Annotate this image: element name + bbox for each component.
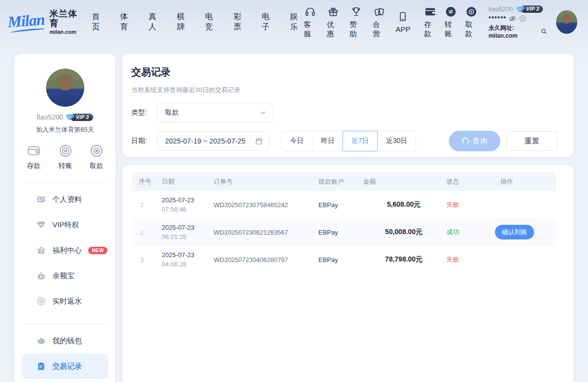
row-order-number: WD202507230406280797 (211, 246, 314, 273)
page-subtitle: 当前系统支持查询最近30日的交易记录 (131, 86, 564, 95)
vip-icon (36, 220, 46, 230)
row-action-cell (488, 246, 556, 273)
nav-item-sports[interactable]: 体育 (120, 12, 134, 32)
nav-item-slots[interactable]: 电子 (262, 12, 275, 32)
user-info-block: ltao5200 VIP 3 ****** (489, 5, 547, 39)
permanent-url-label: 永久网址: milan.com (489, 24, 538, 39)
transactions-table-panel: 序号 日期 订单号 提款账户 金额 状态 操作 1 2025-07-23 07:… (122, 165, 573, 382)
filter-panel: 交易记录 当前系统支持查询最近30日的交易记录 类型: 取款 日期: 2025-… (122, 54, 573, 157)
topbar-partnership-link[interactable]: 合营 (373, 6, 386, 39)
logo-script-text: Milan (7, 10, 47, 34)
date-range-input[interactable]: 2025-07-19 ~ 2025-07-25 (157, 131, 270, 151)
row-account: EBPay (314, 246, 360, 273)
type-select[interactable]: 取款 (157, 103, 273, 122)
chevron-down-icon (259, 109, 267, 117)
user-avatar[interactable] (556, 10, 577, 34)
preset-yesterday[interactable]: 昨日 (312, 131, 343, 151)
transfer-icon (59, 144, 73, 158)
reset-button[interactable]: 重置 (506, 131, 558, 151)
preset-last30days[interactable]: 近30日 (377, 131, 416, 151)
topbar-service-link[interactable]: 客服 (304, 6, 317, 39)
col-header-date: 日期 (157, 172, 211, 191)
logo-domain-text: milan.com (49, 29, 81, 35)
topbar-transfer-button[interactable]: 转账 (444, 6, 457, 39)
col-header-index: 序号 (132, 172, 157, 191)
withdraw-icon (90, 144, 103, 158)
col-header-account: 提款账户 (314, 172, 360, 191)
sidebar-username: ltao5200 (37, 113, 63, 121)
nav-item-entertainment[interactable]: 娱乐 (290, 12, 304, 32)
sidebar-item-profile[interactable]: 个人资料 (22, 187, 108, 212)
topbar-promo-link[interactable]: 优惠 (327, 6, 340, 39)
sidebar-item-wallet[interactable]: 我的钱包 (22, 328, 108, 354)
logo-cn-text: 米兰体育 (49, 9, 81, 29)
transactions-icon (36, 361, 46, 371)
sidebar-vip-badge: VIP 3 (65, 113, 93, 121)
type-select-value: 取款 (165, 108, 179, 117)
status-badge: 成功 (446, 228, 459, 236)
filter-actions: 查询 重置 (449, 131, 564, 151)
row-amount: 50,008.00元 (360, 218, 443, 246)
gift-icon (327, 6, 339, 18)
col-header-order: 订单号 (211, 172, 314, 191)
row-index: 3 (132, 246, 157, 273)
nav-item-live[interactable]: 真人 (148, 12, 162, 32)
row-amount: 5,608.00元 (360, 191, 443, 218)
topbar-withdraw-button[interactable]: 取款 (465, 6, 478, 39)
sidebar-withdraw-button[interactable]: 取款 (90, 144, 103, 170)
username[interactable]: ltao5200 (489, 5, 513, 13)
preset-today[interactable]: 今日 (282, 131, 312, 151)
sidebar-item-rebate[interactable]: 实时返水 (22, 288, 108, 314)
date-range-presets: 今日 昨日 近7日 近30日 (281, 131, 416, 151)
query-button[interactable]: 查询 (449, 131, 500, 151)
topbar-app-link[interactable]: APP (395, 11, 410, 33)
transactions-table: 序号 日期 订单号 提款账户 金额 状态 操作 1 2025-07-23 07:… (132, 172, 556, 273)
vip-diamond-icon (65, 113, 74, 121)
sidebar-transfer-button[interactable]: 转账 (59, 144, 73, 170)
table-header-row: 序号 日期 订单号 提款账户 金额 状态 操作 (132, 172, 556, 191)
magnifier-icon[interactable] (540, 28, 547, 35)
deposit-icon (26, 144, 41, 158)
masked-balance: ****** (489, 15, 506, 22)
sidebar-deposit-button[interactable]: 存款 (26, 144, 41, 170)
preset-last7days[interactable]: 近7日 (343, 131, 378, 151)
row-date: 2025-07-23 04:06:28 (157, 246, 211, 273)
loading-spinner-icon (462, 138, 469, 144)
sidebar-avatar[interactable] (46, 69, 84, 107)
profile-icon (36, 194, 46, 204)
eye-off-icon[interactable] (509, 15, 516, 23)
col-header-amount: 金额 (360, 172, 443, 191)
sidebar-item-yuebao[interactable]: 余额宝 (22, 263, 108, 288)
col-header-action: 操作 (488, 172, 556, 191)
row-account: EBPay (314, 218, 360, 246)
nav-item-esports[interactable]: 电竞 (205, 12, 219, 32)
refresh-balance-icon[interactable] (519, 15, 526, 22)
calendar-icon (255, 137, 263, 145)
confirm-receipt-button[interactable]: 确认到账 (495, 225, 534, 239)
row-index: 2 (132, 218, 157, 246)
row-action-cell (488, 191, 556, 218)
sidebar-item-bets[interactable]: 投注记录 (22, 379, 108, 382)
topbar-sponsor-link[interactable]: 赞助 (350, 6, 363, 39)
table-row: 3 2025-07-23 04:06:28 WD2025072304062807… (132, 246, 556, 273)
nav-item-home[interactable]: 首页 (92, 12, 105, 32)
topbar-right: 客服 优惠 赞助 合营 APP (304, 5, 577, 39)
table-row: 2 2025-07-23 06:21:26 WD2025072306212635… (132, 218, 556, 246)
row-date: 2025-07-23 07:58:46 (157, 191, 211, 218)
trophy-icon (350, 6, 362, 18)
date-range-value: 2025-07-19 ~ 2025-07-25 (165, 137, 245, 145)
sidebar-menu-group-1: 个人资料 VIP特权 福利中心 NEW 余额宝 实时返水 (15, 183, 115, 318)
date-label: 日期: (131, 137, 152, 145)
nav-item-lottery[interactable]: 彩票 (233, 12, 247, 32)
sidebar-item-benefits[interactable]: 福利中心 NEW (22, 238, 108, 263)
date-filter-row: 日期: 2025-07-19 ~ 2025-07-25 今日 昨日 近7日 近3… (131, 131, 564, 151)
nav-item-chess[interactable]: 棋牌 (177, 12, 191, 32)
type-label: 类型: (131, 108, 152, 117)
sidebar-item-vip[interactable]: VIP特权 (22, 212, 108, 238)
topbar-deposit-button[interactable]: 存款 (424, 6, 437, 39)
yuebao-icon (36, 271, 46, 281)
status-badge: 失败 (446, 201, 459, 208)
site-logo[interactable]: Milan 米兰体育 milan.com (8, 9, 81, 35)
row-account: EBPay (314, 191, 360, 218)
sidebar-item-transactions[interactable]: 交易记录 (22, 354, 108, 379)
